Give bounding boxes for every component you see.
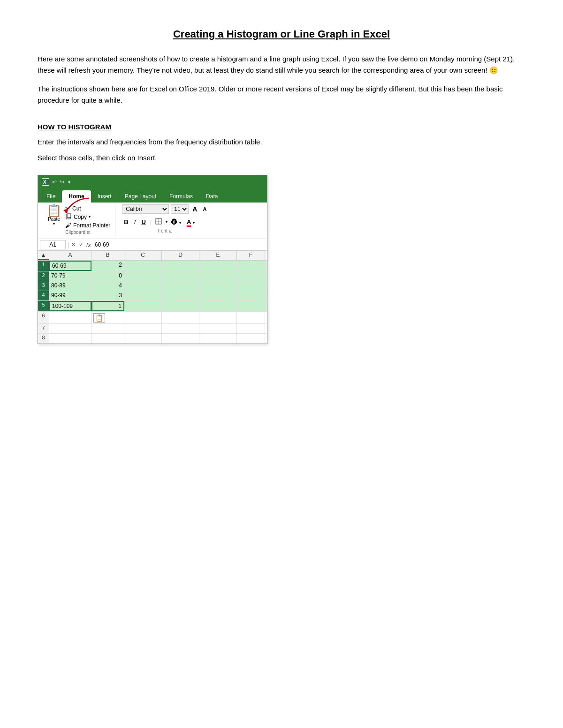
cell-f3[interactable] (237, 281, 265, 291)
bold-button[interactable]: B (122, 218, 130, 226)
copy-label: Copy (74, 214, 87, 220)
font-color-icon: A (187, 218, 191, 227)
cell-b5[interactable]: 1 (91, 301, 124, 311)
cell-c6[interactable] (124, 312, 162, 323)
cell-d4[interactable] (162, 291, 199, 300)
table-row: 6 📋 (38, 312, 267, 324)
confirm-formula-icon[interactable]: ✓ (79, 241, 84, 248)
fill-dropdown: ▾ (179, 221, 181, 225)
col-header-b: B (91, 251, 124, 260)
tab-home[interactable]: Home (62, 190, 91, 203)
underline-button[interactable]: U (139, 218, 147, 226)
cell-e5[interactable] (199, 301, 237, 311)
cell-a7[interactable] (49, 324, 91, 333)
cell-d6[interactable] (162, 312, 199, 323)
cell-e4[interactable] (199, 291, 237, 300)
table-row: 8 (38, 334, 267, 344)
cell-f7[interactable] (237, 324, 265, 333)
row-number: 3 (38, 281, 49, 291)
font-color-button[interactable]: A ▾ (185, 218, 197, 226)
row-number: 7 (38, 324, 49, 333)
cell-f5[interactable] (237, 301, 265, 311)
cell-a8[interactable] (49, 334, 91, 343)
formula-input[interactable]: 60-69 (93, 241, 265, 248)
cell-c7[interactable] (124, 324, 162, 333)
decrease-font-button[interactable]: A (201, 205, 208, 213)
cell-f8[interactable] (237, 334, 265, 343)
paste-options-icon[interactable]: 📋 (93, 313, 105, 323)
cell-a3[interactable]: 80-89 (49, 281, 91, 291)
cell-a1[interactable]: 60-69 (49, 261, 91, 271)
undo-icon: ↩ (52, 179, 57, 185)
cell-f2[interactable] (237, 271, 265, 281)
insert-function-icon[interactable]: fx (86, 241, 91, 248)
cell-c5[interactable] (124, 301, 162, 311)
smiley-emoji: 🙂 (489, 66, 498, 74)
cell-d3[interactable] (162, 281, 199, 291)
formula-icons: ✕ ✓ fx (71, 241, 91, 248)
table-row: 2 70-79 0 (38, 271, 267, 281)
cut-button[interactable]: ✂ Cut (64, 204, 111, 212)
cell-c4[interactable] (124, 291, 162, 300)
cell-b8[interactable] (91, 334, 124, 343)
tab-formulas[interactable]: Formulas (163, 190, 199, 203)
cell-c3[interactable] (124, 281, 162, 291)
section-heading: HOW TO HISTOGRAM (38, 123, 525, 131)
cell-d1[interactable] (162, 261, 199, 271)
cell-b1[interactable]: 2 (91, 261, 124, 271)
cell-d5[interactable] (162, 301, 199, 311)
cell-e1[interactable] (199, 261, 237, 271)
tab-file[interactable]: File (40, 190, 62, 203)
col-header-d: D (162, 251, 199, 260)
cell-f4[interactable] (237, 291, 265, 300)
cut-label: Cut (72, 205, 81, 212)
clipboard-expand-icon[interactable]: ⊡ (87, 230, 91, 235)
font-size-select[interactable]: 11 (171, 204, 189, 214)
cell-c2[interactable] (124, 271, 162, 281)
cell-f6[interactable] (237, 312, 265, 323)
table-row: 3 80-89 4 (38, 281, 267, 291)
cell-d7[interactable] (162, 324, 199, 333)
cell-b3[interactable]: 4 (91, 281, 124, 291)
cell-e7[interactable] (199, 324, 237, 333)
cell-b7[interactable] (91, 324, 124, 333)
borders-button[interactable] (153, 217, 164, 227)
cell-b2[interactable]: 0 (91, 271, 124, 281)
cell-f1[interactable] (237, 261, 265, 271)
fill-color-button[interactable]: 🅐 ▾ (169, 218, 183, 226)
italic-button[interactable]: I (132, 218, 138, 226)
increase-font-button[interactable]: A (190, 204, 199, 214)
font-row-1: Calibri 11 A A (122, 204, 208, 214)
cell-d2[interactable] (162, 271, 199, 281)
cell-a4[interactable]: 90-99 (49, 291, 91, 300)
cell-b6[interactable]: 📋 (91, 312, 124, 323)
row-number: 6 (38, 312, 49, 323)
cell-d8[interactable] (162, 334, 199, 343)
tab-data[interactable]: Data (199, 190, 224, 203)
cell-b4[interactable]: 3 (91, 291, 124, 300)
col-header-a: A (49, 251, 91, 260)
cell-a2[interactable]: 70-79 (49, 271, 91, 281)
font-family-select[interactable]: Calibri (122, 204, 169, 214)
cell-e6[interactable] (199, 312, 237, 323)
copy-button[interactable]: Copy ▾ (64, 212, 111, 221)
cell-a6[interactable] (49, 312, 91, 323)
paste-icon: 📋 (46, 204, 61, 217)
cell-e8[interactable] (199, 334, 237, 343)
paste-button[interactable]: 📋 Paste ▾ (45, 204, 63, 226)
cell-c1[interactable] (124, 261, 162, 271)
tab-page-layout[interactable]: Page Layout (118, 190, 163, 203)
excel-ribbon: 📋 Paste ▾ ✂ Cut (38, 203, 267, 239)
cell-e3[interactable] (199, 281, 237, 291)
format-painter-button[interactable]: 🖌 Format Painter (64, 221, 111, 229)
data-rows: 1 60-69 2 2 70-79 0 3 80-89 (38, 261, 267, 344)
cell-a5[interactable]: 100-109 (49, 301, 91, 311)
table-row: 4 90-99 3 (38, 291, 267, 301)
cancel-formula-icon[interactable]: ✕ (71, 241, 76, 248)
cell-e2[interactable] (199, 271, 237, 281)
cell-reference-box[interactable]: A1 (40, 240, 66, 249)
row-number: 5 (38, 301, 49, 311)
cell-c8[interactable] (124, 334, 162, 343)
font-expand-icon[interactable]: ⊡ (169, 229, 173, 233)
tab-insert[interactable]: Insert (91, 190, 118, 203)
